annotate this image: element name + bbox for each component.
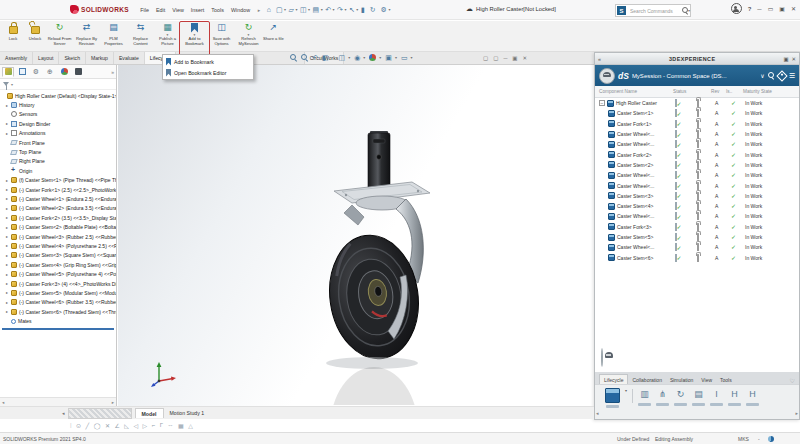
select-icon[interactable]: ↖	[349, 6, 355, 13]
sketch-tool-icon[interactable]: ◁	[133, 422, 138, 429]
sketch-tool-icon[interactable]: ⊙	[76, 422, 81, 429]
tool-button-1[interactable]: ▥	[638, 388, 651, 406]
reload-from-server-button[interactable]: ↻ Reload From Server	[46, 21, 73, 46]
feature-tree-root[interactable]: High Roller Caster (Default) <Display St…	[0, 91, 116, 100]
restore-icon[interactable]: ▣	[779, 6, 785, 12]
open-icon[interactable]: ▱	[289, 6, 294, 13]
options-icon[interactable]: ⚙	[381, 6, 387, 13]
feature-tree-item[interactable]: ▸ (f) Caster Stem<1> (Pipe Thread) <<Pip…	[0, 176, 116, 185]
command-tab[interactable]: Sketch	[59, 52, 86, 64]
tab-feature-tree[interactable]	[2, 67, 14, 77]
feature-tree-item[interactable]: ▸ (-) Caster Stem<3> (Square Stem) <<Squ…	[0, 251, 116, 260]
sketch-tool-icon[interactable]: ◯	[94, 422, 101, 429]
share-a-file-button[interactable]: ↗ Share a file	[262, 21, 285, 42]
panel-tab[interactable]: Collaboration	[628, 375, 665, 384]
bar-icon[interactable]: ▮	[361, 6, 365, 13]
graphics-viewport[interactable]	[118, 65, 594, 406]
tool-button-2[interactable]: ⋔	[656, 388, 669, 406]
tag-icon[interactable]	[776, 70, 787, 81]
section-view-icon[interactable]: ◧	[322, 54, 329, 61]
tab-display-manager[interactable]	[58, 67, 70, 77]
feature-tree-item[interactable]: ▸ History	[0, 100, 116, 109]
assistant-avatar[interactable]	[601, 349, 603, 367]
user-avatar[interactable]	[599, 68, 615, 84]
more-tabs-icon[interactable]: »	[111, 69, 114, 75]
feature-tree-item[interactable]: ▸ (-) Caster Fork<3> (4) <<4>_PhotoWorks…	[0, 279, 116, 288]
display-style-icon[interactable]: ◫	[339, 54, 346, 61]
component-row[interactable]: − Caster Stem<6> A ✓ In Work	[595, 252, 799, 262]
replace-content-button[interactable]: ⇆ Replace Content	[127, 21, 154, 46]
hide-show-caret-icon[interactable]: ▾	[363, 55, 365, 60]
sketch-tool-icon[interactable]: ◺	[124, 422, 129, 429]
replace-by-revision-button[interactable]: ⇄ Replace By Revision	[73, 21, 100, 46]
insert-component-button[interactable]	[605, 388, 620, 408]
user-account-icon[interactable]	[731, 3, 742, 14]
feature-tree-item[interactable]: Top Plane	[0, 147, 116, 156]
command-tab[interactable]: Evaluate	[114, 52, 145, 64]
new-caret-icon[interactable]: ▾	[284, 7, 286, 12]
pane-icon[interactable]: ▭	[768, 6, 774, 12]
new-document-icon[interactable]: ▢	[276, 6, 283, 13]
col-maturity-state[interactable]: Maturity State	[743, 89, 799, 94]
feature-tree-item[interactable]: ▸ (-) Caster Stem<6> (Threaded Stem) <<T…	[0, 307, 116, 316]
session-chevron-icon[interactable]: ∨	[760, 73, 764, 79]
save-caret-icon[interactable]: ▾	[308, 7, 310, 12]
status-3dexperience-icon[interactable]	[768, 436, 774, 442]
component-row[interactable]: − Caster Wheel<... A ✓ In Work	[595, 139, 799, 149]
zoom-fit-icon[interactable]	[290, 54, 297, 61]
save-icon[interactable]: ◫	[300, 6, 307, 13]
close-icon[interactable]: ✕	[791, 6, 796, 12]
search-box[interactable]: S ▾	[615, 4, 691, 17]
feature-tree-item[interactable]: ▸ (-) Caster Wheel<4> (Polyurethane 2.5)…	[0, 241, 116, 250]
previous-view-icon[interactable]: ↶	[312, 54, 318, 61]
tab-scroll-icon[interactable]: ◂	[62, 410, 65, 416]
open-caret-icon[interactable]: ▾	[295, 7, 297, 12]
lock-button[interactable]: Lock	[2, 21, 24, 42]
rollback-bar[interactable]	[2, 328, 114, 330]
feature-tree-item[interactable]: ▸ (-) Caster Fork<1> (2.5) <<2.5>_PhotoW…	[0, 185, 116, 194]
search-input[interactable]	[628, 7, 682, 15]
document-tab[interactable]: Motion Study 1	[164, 409, 211, 418]
options-caret-icon[interactable]: ▾	[388, 7, 390, 12]
print-icon[interactable]: ▤	[313, 6, 320, 13]
tab-configuration-manager[interactable]: ⚙	[30, 67, 42, 77]
panel-search-icon[interactable]	[768, 72, 775, 79]
collapse-row-icon[interactable]: −	[599, 100, 605, 106]
command-tab[interactable]: Markup	[86, 52, 114, 64]
feature-tree-item[interactable]: Mates	[0, 316, 116, 325]
feature-tree-item[interactable]: ▸ (-) Caster Wheel<5> (Polyurethane 4) <…	[0, 269, 116, 278]
undo-icon[interactable]: ↶	[325, 6, 331, 13]
sketch-tool-icon[interactable]: ▦	[178, 422, 184, 429]
zoom-area-icon[interactable]	[301, 54, 308, 61]
view-settings-icon[interactable]: ▭	[401, 54, 408, 61]
appearance-caret-icon[interactable]: ▾	[379, 55, 381, 60]
redo-caret-icon[interactable]: ▾	[344, 7, 346, 12]
hide-show-icon[interactable]: ◉	[354, 54, 360, 61]
col-component-name[interactable]: Component Name	[599, 89, 673, 94]
tab-cam[interactable]	[72, 67, 84, 77]
tab-property-manager[interactable]	[16, 67, 28, 77]
feature-tree-item[interactable]: ▸ (-) Caster Wheel<1> (Endura 2.5) <<End…	[0, 194, 116, 203]
feature-tree-item[interactable]: ▸ (-) Caster Stem<4> (Grip Ring Stem) <<…	[0, 260, 116, 269]
menu-item-open-bookmark-editor[interactable]: Open Bookmark Editor	[163, 67, 253, 78]
feature-tree-item[interactable]: Front Plane	[0, 138, 116, 147]
feature-tree-item[interactable]: ▸ (-) Caster Wheel<3> (Rubber 2.5) <<Rub…	[0, 232, 116, 241]
toolbar-scroll-left-icon[interactable]: ◂	[596, 410, 599, 416]
feature-tree-item[interactable]: Sensors	[0, 110, 116, 119]
session-title[interactable]: MySession - Common Space (DS...	[632, 73, 757, 79]
sketch-tool-icon[interactable]: Γ	[160, 422, 163, 429]
scene-caret-icon[interactable]: ▾	[395, 55, 397, 60]
document-tab[interactable]: Model	[135, 408, 164, 418]
scene-icon[interactable]: ▣	[385, 54, 392, 61]
menu-item[interactable]: Edit	[156, 7, 165, 13]
panel-menu-icon[interactable]: ☰	[789, 72, 795, 79]
appearance-icon[interactable]	[369, 54, 376, 61]
add-to-bookmark-button[interactable]: ▾ Add to Bookmark	[181, 21, 208, 46]
refresh-mysession-button[interactable]: ↻ ▾ Refresh MySession	[235, 21, 262, 46]
sketch-tool-icon[interactable]: ∠	[114, 422, 119, 429]
feature-tree-item[interactable]: ▸ Annotations	[0, 129, 116, 138]
publish-a-picture-button[interactable]: ▦ ▾ Publish a Picture	[154, 21, 181, 46]
caster-3d-model[interactable]	[318, 125, 438, 405]
plm-properties-button[interactable]: ▤ PLM Properties	[100, 21, 127, 46]
undo-caret-icon[interactable]: ▾	[333, 7, 335, 12]
